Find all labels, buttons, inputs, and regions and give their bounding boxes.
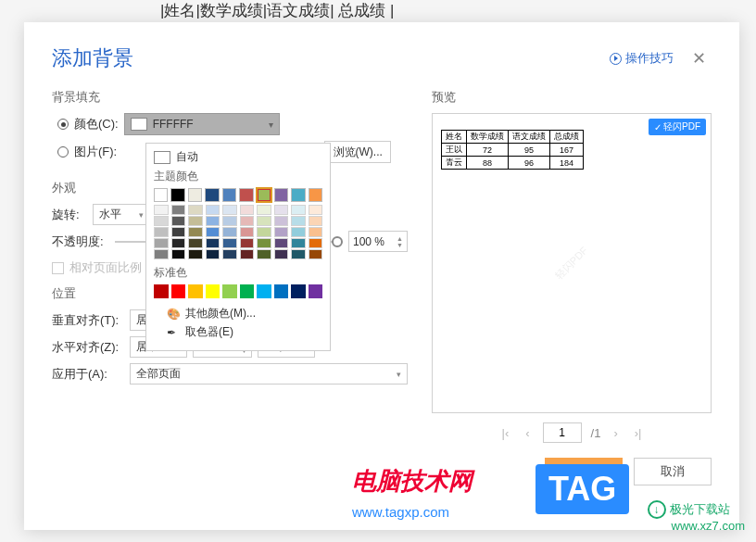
image-radio[interactable] [57, 146, 69, 158]
theme-shade-swatch[interactable] [291, 216, 306, 226]
page-input[interactable] [543, 422, 582, 443]
page-first[interactable]: |‹ [498, 424, 513, 442]
theme-shade-swatch[interactable] [188, 216, 203, 226]
theme-color-swatch[interactable] [170, 188, 184, 202]
standard-color-swatch[interactable] [154, 284, 169, 298]
theme-shade-swatch[interactable] [222, 238, 237, 248]
theme-shade-swatch[interactable] [154, 216, 169, 226]
theme-shade-swatch[interactable] [188, 227, 203, 237]
page-total: /1 [591, 426, 601, 440]
theme-shade-swatch[interactable] [309, 249, 323, 259]
theme-shade-swatch[interactable] [257, 205, 271, 215]
color-dropdown[interactable]: FFFFFF ▾ [124, 113, 280, 135]
page-prev[interactable]: ‹ [522, 424, 533, 442]
theme-shade-swatch[interactable] [240, 227, 255, 237]
theme-shade-swatch[interactable] [206, 216, 220, 226]
theme-shade-swatch[interactable] [309, 227, 323, 237]
opacity-spin[interactable]: 100 %▲▼ [348, 231, 408, 252]
theme-color-swatch[interactable] [257, 188, 271, 202]
browse-button[interactable]: 浏览(W)... [324, 141, 391, 163]
cancel-button[interactable]: 取消 [634, 458, 712, 485]
theme-shade-swatch[interactable] [291, 205, 306, 215]
color-picker-popup: 自动 主题颜色 标准色 🎨 其他颜色(M)... ✒ 取色器(E) [145, 143, 331, 351]
standard-color-swatch[interactable] [188, 284, 203, 298]
theme-shade-swatch[interactable] [240, 216, 255, 226]
theme-shade-swatch[interactable] [171, 216, 186, 226]
theme-shade-swatch[interactable] [222, 227, 237, 237]
standard-color-swatch[interactable] [257, 284, 271, 298]
page-next[interactable]: › [610, 424, 621, 442]
standard-color-swatch[interactable] [171, 284, 186, 298]
theme-color-swatch[interactable] [239, 188, 253, 202]
theme-shade-swatch[interactable] [309, 205, 323, 215]
theme-shade-swatch[interactable] [171, 249, 186, 259]
standard-color-swatch[interactable] [240, 284, 255, 298]
theme-color-swatch[interactable] [291, 188, 305, 202]
theme-shade-swatch[interactable] [257, 238, 271, 248]
theme-shade-swatch[interactable] [206, 227, 220, 237]
theme-shade-swatch[interactable] [171, 227, 186, 237]
theme-color-swatch[interactable] [188, 188, 202, 202]
color-radio[interactable] [57, 119, 69, 130]
theme-shade-swatch[interactable] [240, 205, 255, 215]
theme-shade-swatch[interactable] [240, 238, 255, 248]
image-radio-label: 图片(F): [74, 144, 117, 160]
theme-shade-swatch[interactable] [291, 249, 306, 259]
standard-color-swatch[interactable] [291, 284, 306, 298]
theme-shade-swatch[interactable] [222, 205, 237, 215]
rotate-combo[interactable]: 水平▾ [93, 204, 150, 225]
theme-shade-swatch[interactable] [222, 216, 237, 226]
theme-shade-swatch[interactable] [309, 238, 323, 248]
theme-shade-swatch[interactable] [274, 205, 289, 215]
theme-shade-swatch[interactable] [257, 216, 271, 226]
theme-color-swatch[interactable] [154, 188, 168, 202]
theme-shade-swatch[interactable] [188, 249, 203, 259]
apply-combo[interactable]: 全部页面▾ [130, 363, 408, 384]
page-last[interactable]: ›| [631, 424, 646, 442]
auto-swatch [154, 151, 170, 164]
theme-shade-swatch[interactable] [274, 216, 289, 226]
theme-color-swatch[interactable] [274, 188, 288, 202]
theme-shade-swatch[interactable] [257, 227, 271, 237]
theme-shade-swatch[interactable] [154, 249, 169, 259]
theme-shade-swatch[interactable] [154, 227, 169, 237]
theme-shade-swatch[interactable] [240, 249, 255, 259]
theme-shade-swatch[interactable] [274, 249, 289, 259]
theme-color-swatch[interactable] [222, 188, 236, 202]
eyedropper-action[interactable]: ✒ 取色器(E) [167, 324, 322, 340]
slider-thumb[interactable] [332, 236, 343, 247]
theme-shade-swatch[interactable] [206, 238, 220, 248]
scale-checkbox[interactable] [52, 262, 64, 274]
standard-color-swatch[interactable] [309, 284, 323, 298]
theme-shade-swatch[interactable] [291, 227, 306, 237]
standard-colors-row [154, 284, 322, 298]
theme-shade-swatch[interactable] [222, 249, 237, 259]
color-swatch-preview [131, 118, 147, 131]
standard-color-swatch[interactable] [222, 284, 237, 298]
theme-color-swatch[interactable] [205, 188, 219, 202]
theme-shade-swatch[interactable] [188, 238, 203, 248]
tips-link[interactable]: 操作技巧 [610, 50, 674, 67]
theme-shade-swatch[interactable] [274, 238, 289, 248]
theme-shade-swatch[interactable] [154, 205, 169, 215]
theme-shade-swatch[interactable] [291, 238, 306, 248]
theme-shade-swatch[interactable] [154, 238, 169, 248]
standard-color-swatch[interactable] [274, 284, 289, 298]
theme-shade-swatch[interactable] [257, 249, 271, 259]
theme-shade-swatch[interactable] [171, 238, 186, 248]
theme-shade-swatch[interactable] [206, 249, 220, 259]
dialog-header: 添加背景 操作技巧 ✕ [52, 44, 712, 72]
theme-shade-swatch[interactable] [206, 205, 220, 215]
theme-color-swatch[interactable] [309, 188, 322, 202]
theme-shade-swatch[interactable] [274, 227, 289, 237]
preview-pane: ✓轻闪PDF 姓名数学成绩语文成绩总成绩 王以7295167 青云8896184… [432, 113, 712, 413]
theme-shade-swatch[interactable] [309, 216, 323, 226]
close-button[interactable]: ✕ [687, 46, 712, 70]
watermark-blue-url: www.tagxp.com [352, 504, 449, 520]
other-colors-action[interactable]: 🎨 其他颜色(M)... [167, 306, 322, 321]
theme-shade-swatch[interactable] [188, 205, 203, 215]
standard-color-swatch[interactable] [206, 284, 220, 298]
add-background-dialog: 添加背景 操作技巧 ✕ 背景填充 颜色(C): FFFFFF ▾ 图片(F): [24, 22, 739, 530]
theme-shade-swatch[interactable] [171, 205, 186, 215]
auto-color-row[interactable]: 自动 [154, 149, 322, 165]
